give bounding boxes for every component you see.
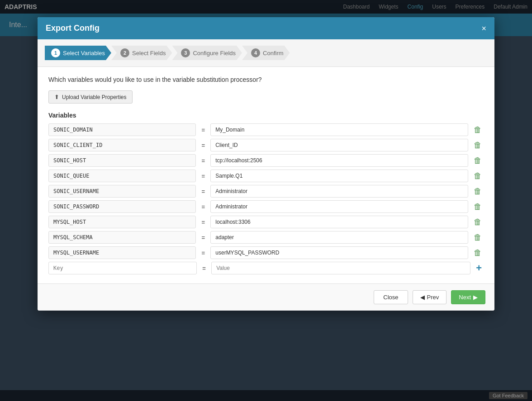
var-equals-6: = — [200, 219, 207, 226]
close-button[interactable]: Close — [374, 290, 408, 304]
var-value-2[interactable] — [210, 154, 468, 167]
var-key-4[interactable] — [48, 185, 196, 198]
step-4-num: 4 — [251, 48, 260, 57]
step-1-num: 1 — [51, 48, 60, 57]
variable-row: = 🗑 — [48, 123, 484, 136]
step-2[interactable]: 2 Select Fields — [111, 46, 172, 60]
next-button[interactable]: Next ▶ — [451, 290, 485, 304]
next-icon: ▶ — [473, 294, 478, 301]
var-key-7[interactable] — [48, 231, 196, 244]
modal-footer: Close ◀ Prev Next ▶ — [38, 283, 494, 311]
step-2-num: 2 — [120, 48, 129, 57]
var-value-6[interactable] — [210, 216, 468, 228]
var-delete-1[interactable]: 🗑 — [472, 140, 484, 150]
step-1[interactable]: 1 Select Variables — [45, 46, 111, 60]
upload-icon: ⬆ — [54, 94, 59, 100]
variable-row: = 🗑 — [48, 139, 484, 151]
step-4-label: Confirm — [263, 50, 284, 57]
variable-row: = 🗑 — [48, 246, 484, 259]
step-1-content: 1 Select Variables — [45, 46, 111, 60]
prev-button[interactable]: ◀ Prev — [413, 290, 447, 304]
var-equals-3: = — [200, 173, 207, 179]
var-value-0[interactable] — [210, 123, 468, 136]
var-value-1[interactable] — [210, 139, 468, 151]
var-equals-5: = — [200, 203, 207, 210]
var-equals-new: = — [200, 265, 208, 272]
var-key-3[interactable] — [48, 170, 196, 182]
step-3-content: 3 Configure Fields — [172, 46, 242, 60]
step-3-num: 3 — [181, 48, 190, 57]
var-equals-2: = — [200, 157, 207, 164]
step-3-label: Configure Fields — [193, 50, 236, 57]
variable-row: = 🗑 — [48, 185, 484, 198]
prev-label: Prev — [427, 294, 439, 301]
var-key-5[interactable] — [48, 200, 196, 213]
var-value-7[interactable] — [210, 231, 468, 244]
variable-row: = 🗑 — [48, 200, 484, 213]
steps-bar: 1 Select Variables 2 Select Fields 3 Con… — [38, 39, 494, 67]
var-equals-4: = — [200, 188, 207, 195]
variable-new-row: = + — [48, 262, 484, 274]
var-delete-4[interactable]: 🗑 — [472, 186, 484, 196]
var-delete-5[interactable]: 🗑 — [472, 202, 484, 212]
var-key-1[interactable] — [48, 139, 196, 151]
variable-row: = 🗑 — [48, 170, 484, 182]
step-1-label: Select Variables — [63, 50, 105, 57]
var-delete-7[interactable]: 🗑 — [472, 232, 484, 242]
var-key-2[interactable] — [48, 154, 196, 167]
var-value-4[interactable] — [210, 185, 468, 198]
var-delete-2[interactable]: 🗑 — [472, 156, 484, 165]
var-value-new[interactable] — [211, 262, 470, 274]
modal-header: Export Config × — [38, 17, 494, 39]
upload-variable-properties-button[interactable]: ⬆ Upload Variable Properties — [48, 90, 133, 104]
var-equals-7: = — [200, 234, 207, 241]
prev-icon: ◀ — [420, 294, 425, 301]
variable-row: = 🗑 — [48, 231, 484, 244]
upload-button-label: Upload Variable Properties — [62, 94, 127, 100]
variables-title: Variables — [48, 112, 484, 119]
step-3[interactable]: 3 Configure Fields — [172, 46, 242, 60]
var-equals-8: = — [200, 250, 207, 256]
step-2-label: Select Fields — [132, 50, 166, 57]
var-key-0[interactable] — [48, 123, 196, 136]
variables-list: = 🗑 = 🗑 = 🗑 = — [48, 123, 484, 274]
variable-row: = 🗑 — [48, 216, 484, 228]
var-equals-0: = — [200, 127, 207, 133]
var-delete-6[interactable]: 🗑 — [472, 217, 484, 227]
var-value-3[interactable] — [210, 170, 468, 182]
var-equals-1: = — [200, 142, 207, 149]
var-delete-3[interactable]: 🗑 — [472, 171, 484, 181]
export-config-modal: Export Config × 1 Select Variables 2 Sel… — [38, 17, 494, 311]
var-value-8[interactable] — [210, 246, 468, 259]
step-2-content: 2 Select Fields — [111, 46, 172, 60]
var-key-8[interactable] — [48, 246, 196, 259]
modal-body: Which variables would you like to use in… — [38, 67, 494, 283]
var-add-button[interactable]: + — [474, 262, 484, 274]
step-4[interactable]: 4 Confirm — [242, 46, 290, 60]
next-label: Next — [459, 294, 471, 301]
var-key-6[interactable] — [48, 216, 196, 228]
var-delete-8[interactable]: 🗑 — [472, 248, 484, 258]
var-value-5[interactable] — [210, 200, 468, 213]
var-delete-0[interactable]: 🗑 — [472, 125, 484, 135]
var-key-new[interactable] — [48, 262, 197, 274]
question-text: Which variables would you like to use in… — [48, 76, 484, 83]
modal-close-button[interactable]: × — [481, 24, 486, 33]
variable-row: = 🗑 — [48, 154, 484, 167]
modal-title: Export Config — [46, 24, 100, 33]
step-4-content: 4 Confirm — [242, 46, 290, 60]
